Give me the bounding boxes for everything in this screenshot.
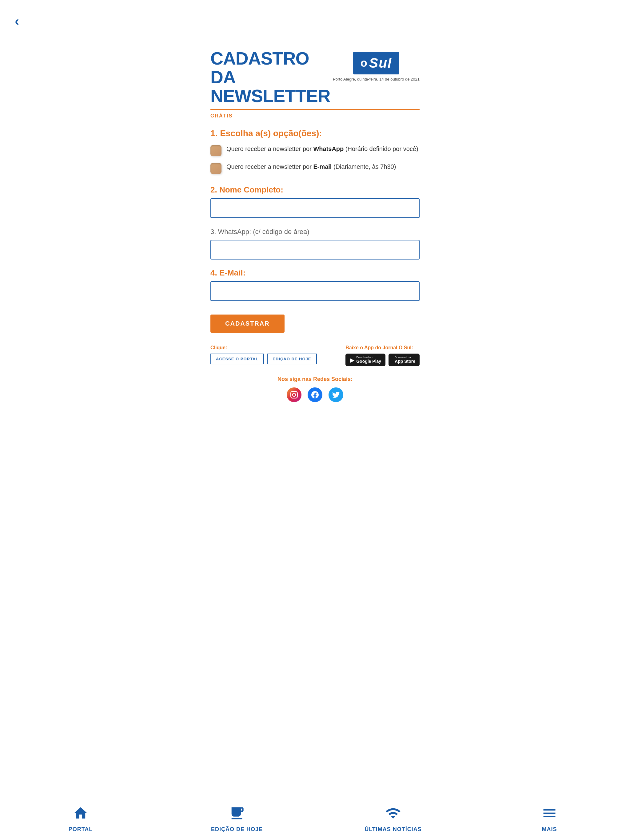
click-section: Clique: ACESSE O PORTAL EDIÇÃO DE HOJE [211,345,317,364]
option-email: Quero receber a newsletter por E-mail (D… [211,163,419,174]
whatsapp-checkbox[interactable] [211,145,222,156]
svg-rect-0 [233,810,238,811]
nome-input[interactable] [211,198,419,218]
field-nome-label: 2. Nome Completo: [211,185,419,195]
gratis-label: GRÁTIS [211,113,419,119]
field-nome: 2. Nome Completo: [211,185,419,218]
email-checkbox[interactable] [211,163,222,174]
logo-box: o Sul [353,52,399,74]
app-buttons: ▶ Download no Google Play Download na Ap… [345,354,419,366]
click-label: Clique: [211,345,317,351]
nav-portal-label: PORTAL [69,826,93,833]
logo-section: o Sul Porto Alegre, quinta-feira, 14 de … [333,52,419,82]
app-section: Baixe o App do Jornal O Sul: ▶ Download … [345,345,419,366]
menu-icon [541,805,557,824]
nav-portal[interactable]: PORTAL [2,805,159,833]
acesse-portal-button[interactable]: ACESSE O PORTAL [211,354,264,364]
portal-buttons: ACESSE O PORTAL EDIÇÃO DE HOJE [211,354,317,364]
divider [211,109,419,110]
instagram-icon[interactable] [287,387,301,402]
google-play-big: Google Play [356,359,381,364]
social-section: Nos siga nas Redes Sociais: [211,376,419,402]
nav-mais[interactable]: MAIS [471,805,628,833]
home-icon [73,805,89,824]
logo-o: o [361,57,367,69]
field-whatsapp-label: 3. WhatsApp: (c/ código de área) [211,227,419,236]
google-play-icon: ▶ [350,356,355,364]
wifi-icon [385,805,401,824]
field-email: 4. E-Mail: [211,268,419,301]
field-email-label: 4. E-Mail: [211,268,419,278]
option-whatsapp: Quero receber a newsletter por WhatsApp … [211,145,419,156]
social-label: Nos siga nas Redes Sociais: [211,376,419,382]
nav-noticias[interactable]: ÚLTIMAS NOTÍCIAS [315,805,471,833]
app-store-small: Download na [395,356,411,359]
email-label: Quero receber a newsletter por E-mail (D… [226,163,396,171]
bottom-links: Clique: ACESSE O PORTAL EDIÇÃO DE HOJE B… [211,345,419,366]
facebook-icon[interactable] [308,387,322,402]
whatsapp-label: Quero receber a newsletter por WhatsApp … [226,145,418,153]
app-store-button[interactable]: Download na App Store [388,354,419,366]
email-input[interactable] [211,281,419,301]
google-play-button[interactable]: ▶ Download no Google Play [345,354,385,366]
header-section: CADASTRO DA NEWSLETTER o Sul Porto Alegr… [211,49,419,106]
whatsapp-input[interactable] [211,240,419,259]
svg-rect-1 [233,813,237,814]
google-play-small: Download no [356,356,372,359]
app-label: Baixe o App do Jornal O Sul: [345,345,419,351]
nav-mais-label: MAIS [542,826,557,833]
nav-noticias-label: ÚLTIMAS NOTÍCIAS [364,826,422,833]
bottom-nav: PORTAL EDIÇÃO DE HOJE ÚLTIMAS NOTÍCIAS M… [0,800,630,840]
social-icons [211,387,419,402]
nav-edicao[interactable]: EDIÇÃO DE HOJE [159,805,315,833]
app-store-big: App Store [395,359,415,364]
logo-date: Porto Alegre, quinta-feira, 14 de outubr… [333,77,419,82]
section1-heading: 1. Escolha a(s) opção(ões): [211,128,419,138]
cadastrar-button[interactable]: CADASTRAR [211,314,285,333]
twitter-icon[interactable] [329,387,343,402]
field-whatsapp: 3. WhatsApp: (c/ código de área) [211,227,419,259]
checkbox-group: Quero receber a newsletter por WhatsApp … [211,145,419,174]
page-title: CADASTRO DA NEWSLETTER [211,49,333,106]
back-button[interactable]: ‹ [15,15,19,28]
logo-sul: Sul [369,55,392,71]
nav-edicao-label: EDIÇÃO DE HOJE [211,826,263,833]
newspaper-icon [229,805,245,824]
edicao-hoje-button[interactable]: EDIÇÃO DE HOJE [267,354,317,364]
